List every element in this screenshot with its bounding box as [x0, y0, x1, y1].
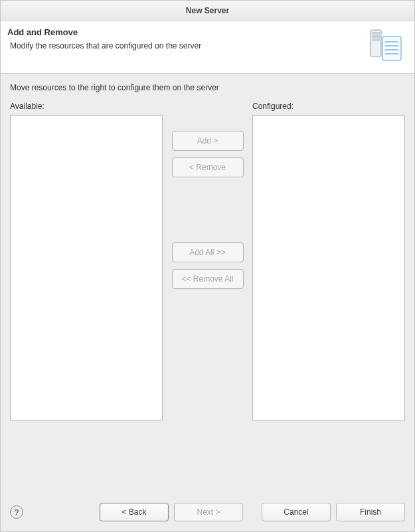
page-description: Modify the resources that are configured…	[10, 41, 405, 50]
configured-column: Configured:	[252, 102, 405, 420]
svg-rect-3	[372, 39, 380, 41]
single-transfer-group: Add > < Remove	[172, 131, 244, 177]
transfer-panel: Available: Add > < Remove Add All >> << …	[10, 102, 405, 420]
svg-rect-4	[382, 37, 401, 60]
wizard-footer: ? < Back Next > Cancel Finish	[1, 493, 414, 531]
bulk-transfer-group: Add All >> << Remove All	[172, 242, 244, 289]
finish-button[interactable]: Finish	[336, 503, 405, 521]
help-icon[interactable]: ?	[10, 505, 23, 519]
server-config-icon	[365, 25, 408, 67]
add-all-button[interactable]: Add All >>	[172, 242, 244, 262]
cancel-button[interactable]: Cancel	[262, 503, 331, 521]
page-title: Add and Remove	[7, 27, 405, 37]
available-label: Available:	[10, 102, 163, 111]
add-button[interactable]: Add >	[172, 131, 244, 151]
remove-button[interactable]: < Remove	[172, 157, 244, 177]
svg-rect-1	[372, 32, 380, 35]
available-listbox[interactable]	[10, 115, 163, 420]
wizard-content: Move resources to the right to configure…	[1, 74, 414, 420]
svg-rect-2	[372, 35, 380, 38]
remove-all-button[interactable]: << Remove All	[172, 269, 244, 289]
instruction-text: Move resources to the right to configure…	[10, 83, 405, 92]
configured-listbox[interactable]	[252, 115, 405, 420]
configured-label: Configured:	[252, 102, 405, 111]
wizard-header: Add and Remove Modify the resources that…	[1, 21, 414, 74]
new-server-dialog: New Server Add and Remove Modify the res…	[0, 0, 415, 532]
window-titlebar: New Server	[1, 1, 414, 21]
transfer-buttons-column: Add > < Remove Add All >> << Remove All	[171, 102, 244, 289]
window-title: New Server	[186, 6, 229, 15]
next-button[interactable]: Next >	[174, 503, 243, 521]
back-button[interactable]: < Back	[100, 503, 169, 521]
available-column: Available:	[10, 102, 163, 420]
